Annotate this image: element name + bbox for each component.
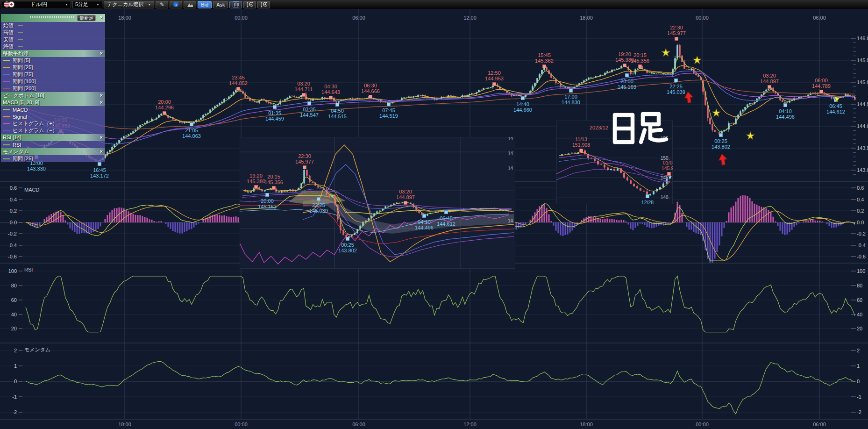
annotation-price: 144.897 <box>760 79 779 84</box>
close-icon[interactable]: × <box>100 92 103 99</box>
price-axis-label: 146.0 <box>857 36 868 41</box>
currency-pair-label: ドル/円 <box>30 1 48 8</box>
legend-section-label: モメンタム <box>3 149 29 154</box>
annotation-time: 03:20 <box>763 73 776 79</box>
annotation-time: 04:50 <box>331 108 344 114</box>
info-icon: i <box>173 2 178 7</box>
indicator-axis-label: 0 <box>857 379 860 384</box>
annotation-price: 144.515 <box>328 114 347 119</box>
star-icon: ★ <box>692 54 702 66</box>
draw-pencil-button[interactable]: ✎ <box>156 1 168 8</box>
annotation-time: 03:35 <box>303 107 316 112</box>
timeframe-select[interactable]: 5分足 ▼ <box>72 1 102 8</box>
annotation-time: 04:10 <box>418 219 431 225</box>
annotation-time: 19:20 <box>249 173 263 179</box>
annotation-time: 11/13 <box>575 136 587 142</box>
pencil-icon: ✎ <box>160 1 164 8</box>
indicator-axis-label: 20 <box>11 326 17 331</box>
indicator-axis-label: 0.6 <box>10 185 17 191</box>
mountain-chart-icon <box>187 2 193 7</box>
star-icon: ★ <box>746 130 755 142</box>
inset-axis-fragment: 14 <box>508 151 513 156</box>
ask-button[interactable]: Ask <box>213 1 228 8</box>
panel-title: MACD <box>24 187 39 193</box>
indicator-axis-label: 60 <box>11 297 17 303</box>
legend-item: 安値 <box>1 36 105 43</box>
star-icon: ★ <box>711 107 721 119</box>
annotation-time: 04:30 <box>324 84 337 89</box>
legend-section-label: 移動平均線 <box>3 50 28 56</box>
legend-header-bar: 最新足× <box>1 14 105 22</box>
daily-axis-label: 145. <box>661 175 669 180</box>
time-axis-label-top: 06:00 <box>813 15 826 21</box>
info-button[interactable]: i <box>170 1 182 8</box>
annotation-price: 145.362 <box>535 58 554 64</box>
currency-pair-select[interactable]: ドル/円 ▼ <box>1 1 71 8</box>
legend-item-label: 高値 <box>3 29 14 36</box>
indicator-axis-label: 0.2 <box>857 208 864 214</box>
close-icon[interactable]: × <box>100 148 103 155</box>
chevron-down-icon: ▼ <box>96 3 100 6</box>
annotation-time: 04:10 <box>779 108 792 114</box>
annotation-price: 144.711 <box>295 86 313 92</box>
annotation-price: 145.380 <box>247 179 265 184</box>
indicator-axis-label: 0.4 <box>10 197 17 202</box>
legend-section-header: 移動平均線× <box>1 50 105 57</box>
annotation-price: 145.977 <box>295 159 314 164</box>
technical-select-button[interactable]: テクニカル選択 ▼ <box>104 1 154 8</box>
legend-item: 期間 [25] <box>1 64 105 71</box>
close-icon[interactable]: × <box>100 99 103 106</box>
panel-title: RSI <box>24 267 33 272</box>
zoom-in-button[interactable] <box>257 1 270 8</box>
annotation-time: 06:45 <box>829 103 842 109</box>
close-icon[interactable]: × <box>100 50 103 57</box>
legend-section-label: ピークボトム [10] <box>3 93 44 98</box>
candle-chart-button[interactable] <box>229 1 242 8</box>
indicator-axis-label: 1 <box>14 363 17 369</box>
annotation-price: 144.666 <box>361 88 380 94</box>
latest-candle-button[interactable]: 最新足 <box>77 15 96 21</box>
annotation-price: 144.660 <box>513 107 532 113</box>
chart-canvas[interactable]: 146.0145.5145.0144.5144.0143.5143.00.60.… <box>0 0 868 429</box>
annotation-time: 20:15 <box>267 174 280 179</box>
indicator-axis-label: 0.4 <box>857 197 864 202</box>
annotation-time: 07:45 <box>382 107 395 113</box>
price-axis-label: 143.0 <box>857 167 868 173</box>
annotation-price: 144.519 <box>379 113 398 119</box>
time-axis-label-top: 12:00 <box>463 15 477 21</box>
indicator-axis-label: -1 <box>857 394 861 400</box>
bid-label: Bid <box>201 2 208 7</box>
price-axis-label: 145.5 <box>857 57 868 63</box>
indicator-axis-label: 60 <box>857 297 862 303</box>
annotation-price: 144.897 <box>396 194 415 200</box>
annotation-price: 145.977 <box>667 30 686 36</box>
chevron-down-icon: ▼ <box>65 3 68 6</box>
daily-axis-label: 140. <box>661 195 669 200</box>
us-jp-flags-icon <box>4 1 14 7</box>
annotation-price: 143.172 <box>90 173 109 179</box>
indicator-axis-label: 0.0 <box>10 220 17 225</box>
bid-button[interactable]: Bid <box>198 1 212 8</box>
color-dash-icon <box>18 25 23 26</box>
annotation-time: 14:40 <box>516 101 529 107</box>
legend-item-label: RSI <box>13 142 21 148</box>
drag-dots-icon <box>30 16 75 18</box>
star-icon: ★ <box>661 47 670 58</box>
indicator-axis-label: -0.4 <box>8 243 17 248</box>
indicator-axis-label: -2 <box>12 409 17 415</box>
annotation-price: 143.802 <box>338 248 357 253</box>
legend-item-label: 期間 [100] <box>13 78 36 85</box>
legend-item-label: MACD <box>13 107 28 113</box>
color-dash-icon <box>18 32 23 33</box>
zoom-out-button[interactable] <box>243 1 256 8</box>
legend-section-label: RSI [14] <box>3 135 21 140</box>
annotation-price: 143.330 <box>27 166 46 172</box>
annotation-time: 20:00 <box>158 99 171 105</box>
daily-date-label: 2023/12 <box>590 125 608 130</box>
mountain-chart-button[interactable] <box>184 1 196 8</box>
close-icon[interactable]: × <box>100 134 103 141</box>
annotation-time: 19:20 <box>618 51 631 57</box>
indicator-axis-label: -0.2 <box>8 231 17 236</box>
time-axis-label-bottom: 12:00 <box>463 422 477 427</box>
close-icon[interactable]: × <box>100 14 103 20</box>
